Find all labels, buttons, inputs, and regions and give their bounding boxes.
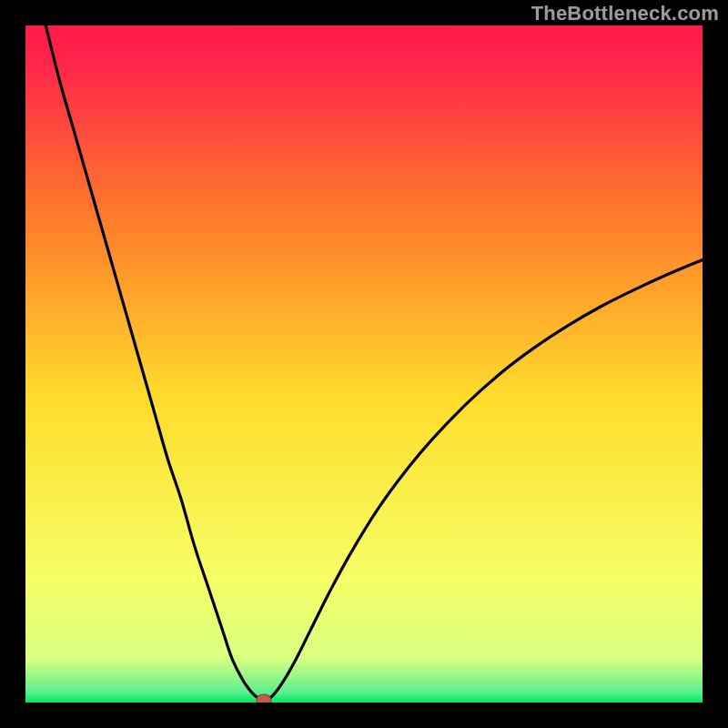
watermark-text: TheBottleneck.com xyxy=(531,2,719,25)
optimal-point-marker xyxy=(257,694,271,703)
plot-area xyxy=(25,25,703,703)
chart-frame: TheBottleneck.com xyxy=(0,0,728,728)
bottleneck-chart xyxy=(25,25,703,703)
heat-gradient xyxy=(25,25,703,703)
